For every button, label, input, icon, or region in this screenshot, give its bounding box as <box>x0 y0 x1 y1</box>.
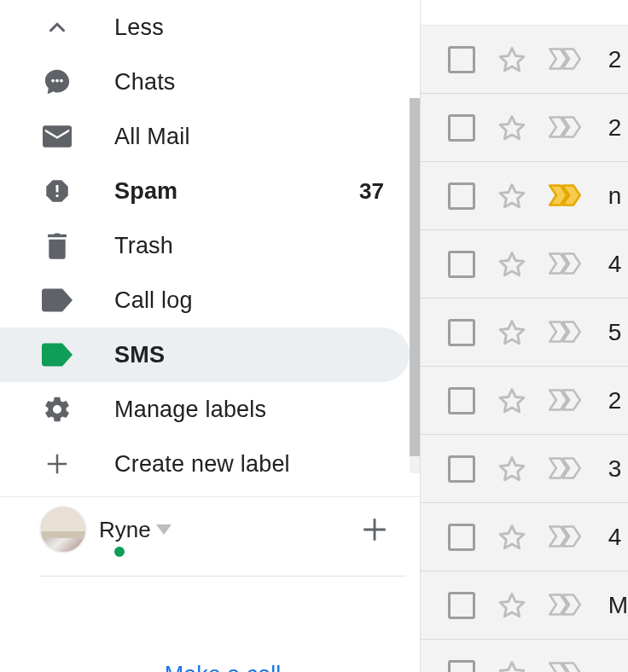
mail-list: 22n45234M <box>420 0 628 672</box>
mail-sender: 2 <box>608 46 622 73</box>
important-icon[interactable] <box>549 594 581 617</box>
trash-icon <box>39 228 75 264</box>
hangouts-user-row[interactable]: Ryne <box>39 504 420 555</box>
mail-list-header <box>421 0 628 26</box>
nav-item-calllog[interactable]: Call log <box>0 273 410 327</box>
nav-item-label: Manage labels <box>114 397 410 423</box>
add-contact-button[interactable] <box>360 515 389 544</box>
mail-row[interactable]: 2 <box>421 367 628 435</box>
mail-sender: 2 <box>608 387 622 414</box>
plus-icon <box>39 446 75 482</box>
important-icon[interactable] <box>549 662 581 673</box>
star-icon[interactable] <box>497 45 526 74</box>
mail-icon <box>39 119 75 154</box>
presence-indicator <box>113 545 126 559</box>
nav-item-label: Less <box>114 14 410 41</box>
mail-row[interactable]: 4 <box>421 503 628 571</box>
nav-item-label: Spam <box>114 178 359 205</box>
svg-point-0 <box>51 79 55 83</box>
nav-item-chats[interactable]: Chats <box>0 55 410 109</box>
svg-point-1 <box>55 79 59 83</box>
mail-row[interactable] <box>421 640 628 672</box>
svg-rect-4 <box>56 194 59 197</box>
star-icon[interactable] <box>497 318 526 347</box>
mail-sender: n <box>608 182 622 210</box>
star-icon[interactable] <box>497 386 526 415</box>
nav-item-label: SMS <box>114 342 410 368</box>
mail-row[interactable]: 5 <box>421 298 628 367</box>
user-name: Ryne <box>99 517 151 543</box>
nav-item-label: Create new label <box>114 451 410 478</box>
svg-point-2 <box>60 79 63 83</box>
important-icon[interactable] <box>549 184 581 208</box>
star-icon[interactable] <box>497 591 526 620</box>
nav-item-label: All Mail <box>114 124 410 150</box>
mail-row[interactable]: 2 <box>421 94 628 162</box>
caret-down-icon <box>156 524 172 535</box>
chevron-up-icon <box>39 9 75 45</box>
nav-item-label: Chats <box>114 69 410 96</box>
svg-rect-3 <box>56 185 59 193</box>
label-icon <box>39 282 75 318</box>
gear-icon <box>39 391 75 427</box>
mail-row[interactable]: 2 <box>421 26 628 94</box>
nav-item-label: Call log <box>114 287 410 314</box>
star-icon[interactable] <box>497 182 526 211</box>
mail-sender: 3 <box>608 455 622 483</box>
nav-item-label: Trash <box>114 233 410 259</box>
make-call-link[interactable]: Make a call <box>39 662 406 672</box>
important-icon[interactable] <box>549 457 581 481</box>
nav-item-count: 37 <box>359 178 384 205</box>
mail-checkbox[interactable] <box>448 319 475 346</box>
nav-item-allmail[interactable]: All Mail <box>0 109 410 164</box>
mail-checkbox[interactable] <box>448 182 475 210</box>
hangouts-panel: Ryne Make a call <box>0 497 420 672</box>
mail-row[interactable]: 4 <box>421 230 628 298</box>
nav-item-less[interactable]: Less <box>0 0 410 55</box>
star-icon[interactable] <box>497 113 526 142</box>
mail-row[interactable]: M <box>421 571 628 640</box>
sidebar: Less Chats All Mail Spam 37 Trash <box>0 0 420 672</box>
important-icon[interactable] <box>549 389 581 413</box>
mail-sender: 5 <box>608 319 622 346</box>
star-icon[interactable] <box>497 659 526 673</box>
label-green-icon <box>39 337 75 373</box>
mail-sender: 4 <box>608 524 622 551</box>
mail-checkbox[interactable] <box>448 251 475 278</box>
nav-item-trash[interactable]: Trash <box>0 218 410 273</box>
nav-item-spam[interactable]: Spam 37 <box>0 164 410 218</box>
mail-row[interactable]: n <box>421 162 628 230</box>
important-icon[interactable] <box>549 116 581 140</box>
nav-item-create-label[interactable]: Create new label <box>0 437 410 491</box>
sidebar-scrollbar-thumb[interactable] <box>410 98 420 456</box>
mail-sender: M <box>608 592 628 619</box>
sidebar-scrollbar[interactable] <box>410 98 420 473</box>
important-icon[interactable] <box>549 321 581 345</box>
mail-checkbox[interactable] <box>448 455 475 483</box>
hangouts-divider <box>39 576 406 576</box>
important-icon[interactable] <box>549 48 581 72</box>
nav-list: Less Chats All Mail Spam 37 Trash <box>0 0 420 491</box>
nav-item-manage-labels[interactable]: Manage labels <box>0 382 410 437</box>
mail-sender: 2 <box>608 114 622 142</box>
mail-checkbox[interactable] <box>448 46 475 73</box>
mail-checkbox[interactable] <box>448 660 475 673</box>
mail-row[interactable]: 3 <box>421 435 628 503</box>
nav-item-sms[interactable]: SMS <box>0 327 410 382</box>
star-icon[interactable] <box>497 455 526 484</box>
mail-checkbox[interactable] <box>448 387 475 414</box>
avatar <box>39 506 87 553</box>
spam-icon <box>39 173 75 209</box>
important-icon[interactable] <box>549 525 581 549</box>
mail-checkbox[interactable] <box>448 592 475 619</box>
mail-checkbox[interactable] <box>448 114 475 142</box>
mail-sender: 4 <box>608 251 622 278</box>
chat-icon <box>39 64 75 100</box>
star-icon[interactable] <box>497 523 526 552</box>
important-icon[interactable] <box>549 252 581 276</box>
mail-checkbox[interactable] <box>448 524 475 551</box>
star-icon[interactable] <box>497 250 526 279</box>
